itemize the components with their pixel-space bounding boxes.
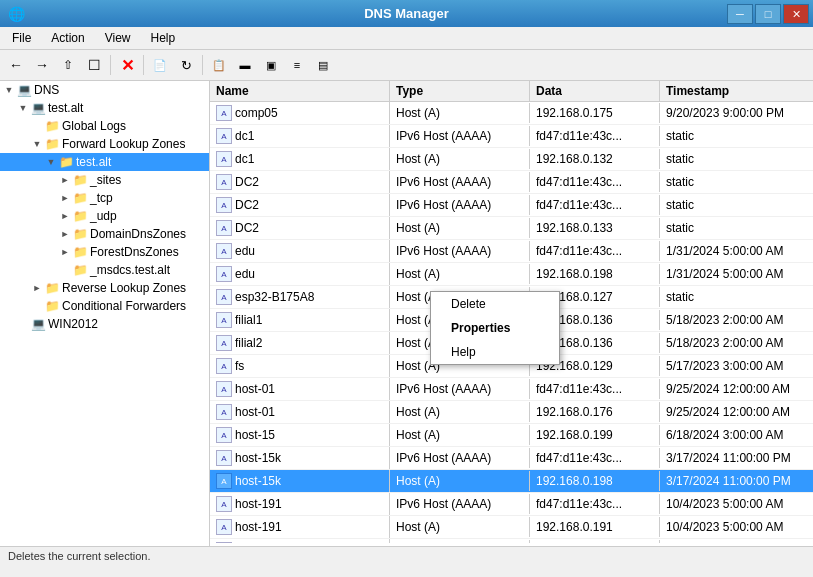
list1-button[interactable]: ▣ (259, 53, 283, 77)
list-row[interactable]: A edu Host (A) 192.168.0.198 1/31/2024 5… (210, 263, 813, 286)
list-row[interactable]: A DC2 IPv6 Host (AAAA) fd47:d11e:43c... … (210, 194, 813, 217)
row-timestamp: 10/4/2023 5:00:00 AM (660, 517, 813, 537)
ctx-properties[interactable]: Properties (431, 316, 559, 340)
forward-button[interactable]: → (30, 53, 54, 77)
col-header-data[interactable]: Data (530, 81, 660, 101)
row-type: IPv6 Host (AAAA) (390, 241, 530, 261)
list2-button[interactable]: ≡ (285, 53, 309, 77)
tree-item-reverse[interactable]: ► 📁 Reverse Lookup Zones (0, 279, 209, 297)
win2012-icon: 💻 (30, 316, 46, 332)
record-icon: A (216, 243, 232, 259)
row-type: IPv6 Host (AAAA) (390, 379, 530, 399)
row-type: IPv6 Host (AAAA) (390, 195, 530, 215)
record-icon: A (216, 404, 232, 420)
list3-button[interactable]: ▤ (311, 53, 335, 77)
row-timestamp: 7/16/2024 4:00:00 AM (660, 540, 813, 543)
tree-item-udp[interactable]: ► 📁 _udp (0, 207, 209, 225)
row-data: 192.168.0.133 (530, 218, 660, 238)
row-timestamp: static (660, 149, 813, 169)
list-row[interactable]: A host-01 IPv6 Host (AAAA) fd47:d11e:43c… (210, 378, 813, 401)
row-name: host-191 (235, 497, 282, 511)
tree-item-tcp[interactable]: ► 📁 _tcp (0, 189, 209, 207)
tree-item-conditional[interactable]: ► 📁 Conditional Forwarders (0, 297, 209, 315)
tree-item-test-alt[interactable]: ▼ 💻 test.alt (0, 99, 209, 117)
back-button[interactable]: ← (4, 53, 28, 77)
export-button[interactable]: 📄 (148, 53, 172, 77)
ctx-help[interactable]: Help (431, 340, 559, 364)
list-row[interactable]: A edu IPv6 Host (AAAA) fd47:d11e:43c... … (210, 240, 813, 263)
list-row[interactable]: A dc1 IPv6 Host (AAAA) fd47:d11e:43c... … (210, 125, 813, 148)
list-row[interactable]: A DC2 IPv6 Host (AAAA) fd47:d11e:43c... … (210, 171, 813, 194)
msdcs-icon: 📁 (72, 262, 88, 278)
expand-sites: ► (58, 173, 72, 187)
row-type: IPv6 Host (AAAA) (390, 494, 530, 514)
record-icon: A (216, 496, 232, 512)
row-data: 192.168.0.199 (530, 425, 660, 445)
new-button[interactable]: 📋 (207, 53, 231, 77)
menu-file[interactable]: File (4, 29, 39, 47)
list-row[interactable]: A host-15k IPv6 Host (AAAA) fd47:d11e:43… (210, 447, 813, 470)
list-row[interactable]: A host-191 IPv6 Host (AAAA) fd47:d11e:43… (210, 493, 813, 516)
forestdns-icon: 📁 (72, 244, 88, 260)
status-text: Deletes the current selection. (8, 550, 150, 562)
up-button[interactable]: ⇧ (56, 53, 80, 77)
row-timestamp: 9/25/2024 12:00:00 AM (660, 379, 813, 399)
record-icon: A (216, 220, 232, 236)
tree-item-sites[interactable]: ► 📁 _sites (0, 171, 209, 189)
close-button[interactable]: ✕ (783, 4, 809, 24)
view-button[interactable]: ☐ (82, 53, 106, 77)
row-type: IPv6 Host (AAAA) (390, 172, 530, 192)
list-row[interactable]: A dc1 Host (A) 192.168.0.132 static (210, 148, 813, 171)
tree-item-forward-lookup[interactable]: ▼ 📁 Forward Lookup Zones (0, 135, 209, 153)
row-name: host-191 (235, 520, 282, 534)
row-data: 192.168.0.198 (530, 471, 660, 491)
menu-action[interactable]: Action (43, 29, 92, 47)
ctx-delete[interactable]: Delete (431, 292, 559, 316)
menu-bar: File Action View Help (0, 27, 813, 50)
toolbar-sep-1 (110, 55, 111, 75)
list-row[interactable]: A comp05 Host (A) 192.168.0.175 9/20/202… (210, 102, 813, 125)
record-icon: A (216, 358, 232, 374)
tree-panel: ▼ 💻 DNS ▼ 💻 test.alt ► 📁 Global Logs ▼ 📁… (0, 81, 210, 546)
tree-item-domaindns[interactable]: ► 📁 DomainDnsZones (0, 225, 209, 243)
filter-button[interactable]: ▬ (233, 53, 257, 77)
delete-button[interactable]: ✕ (115, 53, 139, 77)
row-name: DC2 (235, 221, 259, 235)
list-row[interactable]: A host-191 Host (A) 192.168.0.191 10/4/2… (210, 516, 813, 539)
row-data: 192.168.0.198 (530, 264, 660, 284)
menu-help[interactable]: Help (143, 29, 184, 47)
tree-item-test-alt-zone[interactable]: ▼ 📁 test.alt (0, 153, 209, 171)
row-data: fd47:d11e:43c... (530, 241, 660, 261)
row-data: fd47:d11e:43c... (530, 448, 660, 468)
row-timestamp: 1/31/2024 5:00:00 AM (660, 241, 813, 261)
record-icon: A (216, 381, 232, 397)
tree-item-dns-root[interactable]: ▼ 💻 DNS (0, 81, 209, 99)
menu-view[interactable]: View (97, 29, 139, 47)
expand-domaindns: ► (58, 227, 72, 241)
row-type: Host (A) (390, 149, 530, 169)
col-header-timestamp[interactable]: Timestamp (660, 81, 797, 101)
list-row[interactable]: A host-199 IPv6 Host (AAAA) fd47:d11e:43… (210, 539, 813, 543)
tree-item-msdcs[interactable]: ► 📁 _msdcs.test.alt (0, 261, 209, 279)
list-row[interactable]: A DC2 Host (A) 192.168.0.133 static (210, 217, 813, 240)
udp-icon: 📁 (72, 208, 88, 224)
row-name: filial2 (235, 336, 262, 350)
list-row[interactable]: A host-15k Host (A) 192.168.0.198 3/17/2… (210, 470, 813, 493)
tree-item-global-logs[interactable]: ► 📁 Global Logs (0, 117, 209, 135)
list-row[interactable]: A host-01 Host (A) 192.168.0.176 9/25/20… (210, 401, 813, 424)
row-data: fd47:d11e:43c... (530, 494, 660, 514)
row-name: dc1 (235, 129, 254, 143)
col-header-name[interactable]: Name (210, 81, 390, 101)
minimize-button[interactable]: ─ (727, 4, 753, 24)
list-row[interactable]: A host-15 Host (A) 192.168.0.199 6/18/20… (210, 424, 813, 447)
maximize-button[interactable]: □ (755, 4, 781, 24)
tree-item-forestdns[interactable]: ► 📁 ForestDnsZones (0, 243, 209, 261)
tree-item-win2012[interactable]: ► 💻 WIN2012 (0, 315, 209, 333)
record-icon: A (216, 519, 232, 535)
record-icon: A (216, 151, 232, 167)
row-type: Host (A) (390, 471, 530, 491)
conditional-icon: 📁 (44, 298, 60, 314)
domaindns-icon: 📁 (72, 226, 88, 242)
refresh-button[interactable]: ↻ (174, 53, 198, 77)
col-header-type[interactable]: Type (390, 81, 530, 101)
